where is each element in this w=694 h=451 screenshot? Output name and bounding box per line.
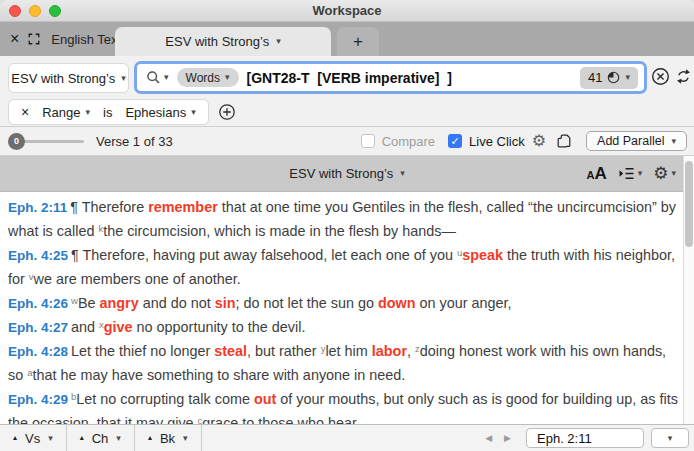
verse-ref[interactable]: Eph. 4:29 xyxy=(8,392,68,407)
footer-bar: ▴ Vs ▾ ▴ Ch ▾ ▴ Bk ▾ ◀ ▶ ▾ xyxy=(0,424,694,451)
crossref-marker[interactable]: w xyxy=(71,295,78,306)
chapter-up-icon[interactable]: ▴ xyxy=(80,434,84,442)
scrollbar-thumb[interactable] xyxy=(685,161,693,247)
verse-ref[interactable]: Eph. 4:28 xyxy=(8,344,68,359)
update-search-icon[interactable] xyxy=(675,68,692,85)
minimize-window-button[interactable] xyxy=(29,5,41,17)
range-operator: is xyxy=(103,105,112,120)
scope-pill[interactable]: Words ▾ xyxy=(177,68,239,87)
back-arrow-icon[interactable]: ◀ xyxy=(485,434,492,443)
verse-text: we are members one of another. xyxy=(34,271,241,287)
reference-dropdown-button[interactable]: ▾ xyxy=(651,428,689,448)
search-hit[interactable]: down xyxy=(378,295,416,311)
verse-ref[interactable]: Eph. 4:27 xyxy=(8,320,68,335)
search-hit[interactable]: sin xyxy=(215,295,236,311)
verse-nav-label: Vs xyxy=(25,431,40,446)
pane-header-tools: AA ▾ ⚙ ▾ xyxy=(586,164,676,184)
chapter-down-icon[interactable]: ▾ xyxy=(116,434,121,443)
clear-search-button[interactable] xyxy=(651,67,670,86)
title-bar: Workspace xyxy=(0,0,694,22)
history-pager: ◀ ▶ xyxy=(485,434,511,443)
chevron-down-icon: ▾ xyxy=(164,73,169,82)
pane-title-select[interactable]: ESV with Strong’s ▾ xyxy=(289,166,404,181)
detach-icon[interactable] xyxy=(28,33,40,45)
verse-slider-track[interactable] xyxy=(22,140,84,143)
traffic-lights xyxy=(9,5,61,17)
add-parallel-button[interactable]: Add Parallel ▾ xyxy=(586,131,687,151)
live-click-label[interactable]: Live Click xyxy=(469,134,525,149)
verse-text: ¶ Therefore xyxy=(70,199,148,215)
search-icon xyxy=(146,70,161,85)
verse-text: ¶ Therefore, having put away falsehood, … xyxy=(71,247,457,263)
reference-input[interactable] xyxy=(526,428,644,448)
chevron-down-icon: ▾ xyxy=(671,137,676,146)
slider-value: 0 xyxy=(14,136,19,146)
bible-text-pane: Eph. 2:11¶ Therefore remember that at on… xyxy=(0,192,694,424)
gear-icon: ⚙ xyxy=(653,165,668,182)
plus-icon: + xyxy=(353,32,363,52)
check-icon: ✓ xyxy=(450,136,459,147)
verse-text: Be xyxy=(78,295,100,311)
chevron-down-icon: ▾ xyxy=(225,73,230,82)
verse-nav-group: ▴ Vs ▾ xyxy=(0,425,67,451)
search-hit[interactable]: speak xyxy=(462,247,503,263)
verse-text: and do not xyxy=(139,295,215,311)
verse-up-icon[interactable]: ▴ xyxy=(13,434,17,442)
chevron-down-icon: ▾ xyxy=(400,169,405,178)
tab-esv-with-strongs[interactable]: ESV with Strong’s ▾ xyxy=(115,27,331,56)
scrollbar-track[interactable] xyxy=(683,156,694,424)
verse-slider-knob[interactable]: 0 xyxy=(8,133,25,150)
new-tab-button[interactable]: + xyxy=(337,27,379,56)
search-query-input[interactable]: [GNT28-T [VERB imperative] ] xyxy=(247,70,572,86)
search-hit[interactable]: out xyxy=(254,391,276,407)
pane-settings-menu[interactable]: ⚙ ▾ xyxy=(653,165,676,182)
verse-text: no opportunity to the devil. xyxy=(133,319,306,335)
scope-pill-label: Words xyxy=(186,71,220,85)
forward-arrow-icon[interactable]: ▶ xyxy=(504,434,511,443)
module-select[interactable]: ESV with Strong’s ▾ xyxy=(8,63,129,93)
search-mode-menu[interactable]: ▾ xyxy=(146,70,169,85)
verse-ref[interactable]: Eph. 4:25 xyxy=(8,248,68,263)
range-row: × Range ▾ is Ephesians ▾ xyxy=(8,99,236,125)
close-window-button[interactable] xyxy=(9,5,21,17)
range-criteria-group: × Range ▾ is Ephesians ▾ xyxy=(8,99,209,125)
chevron-down-icon: ▾ xyxy=(276,37,281,46)
search-field[interactable]: ▾ Words ▾ [GNT28-T [VERB imperative] ] 4… xyxy=(134,61,647,94)
text-display-menu[interactable]: ▾ xyxy=(618,166,643,181)
hit-count: 41 xyxy=(588,70,602,85)
window-title: Workspace xyxy=(312,3,381,18)
close-icon[interactable]: × xyxy=(10,31,19,47)
verse-ref[interactable]: Eph. 4:26 xyxy=(8,296,68,311)
search-hit[interactable]: labor xyxy=(372,343,407,359)
live-click-checkbox[interactable]: ✓ xyxy=(448,134,462,148)
search-hit[interactable]: give xyxy=(104,319,133,335)
chevron-down-icon: ▾ xyxy=(625,73,630,82)
verse-text: and xyxy=(71,319,99,335)
range-value-select[interactable]: Ephesians ▾ xyxy=(125,105,195,120)
search-hit[interactable]: angry xyxy=(100,295,139,311)
search-hit[interactable]: remember xyxy=(148,199,218,215)
workspace-tab-bar: × English Texts ESV with Strong’s ▾ + xyxy=(0,22,694,56)
book-nav-group: ▴ Bk ▾ xyxy=(135,425,202,451)
compare-label[interactable]: Compare xyxy=(382,134,435,149)
search-hit[interactable]: steal xyxy=(214,343,247,359)
remove-range-icon[interactable]: × xyxy=(21,104,29,120)
live-click-gear-icon[interactable]: ⚙ xyxy=(532,133,546,149)
chevron-down-icon: ▾ xyxy=(86,108,91,117)
verse-text: Let the thief no longer xyxy=(71,343,214,359)
compare-checkbox[interactable] xyxy=(361,134,375,148)
verse-down-icon[interactable]: ▾ xyxy=(48,434,53,443)
zoom-window-button[interactable] xyxy=(49,5,61,17)
range-field-select[interactable]: Range ▾ xyxy=(42,105,90,120)
add-criteria-button[interactable] xyxy=(218,103,236,121)
verse: Eph. 4:27and xgive no opportunity to the… xyxy=(8,314,678,338)
verse-text: on your anger, xyxy=(416,295,512,311)
verse-text: , but rather xyxy=(247,343,321,359)
verse-ref[interactable]: Eph. 2:11 xyxy=(8,200,67,215)
book-up-icon[interactable]: ▴ xyxy=(148,434,152,442)
book-down-icon[interactable]: ▾ xyxy=(183,434,188,443)
font-size-button[interactable]: AA xyxy=(586,164,606,184)
hit-count-pill[interactable]: 41 ▾ xyxy=(580,67,638,89)
verse-text: Let no corrupting talk come xyxy=(76,391,254,407)
duplicate-pane-icon[interactable] xyxy=(556,133,572,149)
